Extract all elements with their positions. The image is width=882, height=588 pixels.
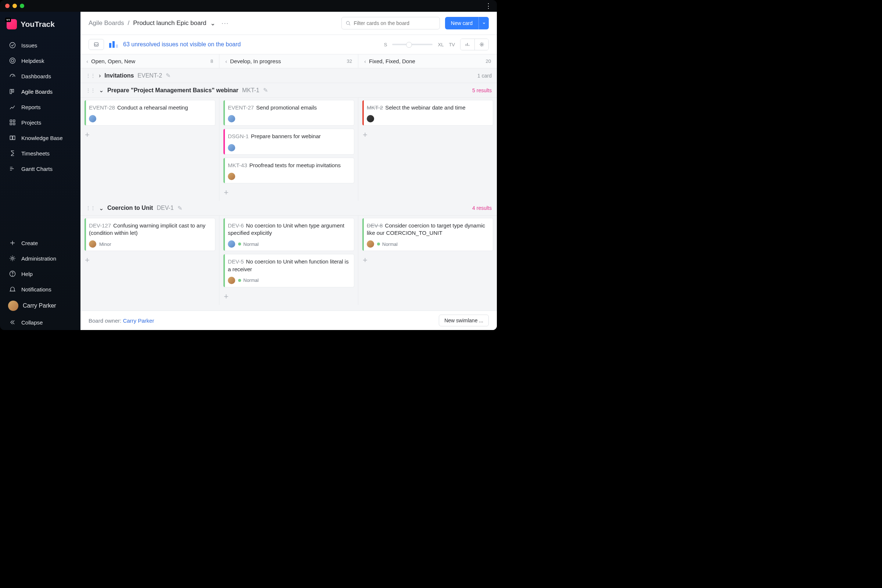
column-header[interactable]: ‹Open, Open, New 8 <box>81 54 219 68</box>
sidebar-item-helpdesk[interactable]: Helpdesk <box>0 53 81 68</box>
card[interactable]: EVENT-28Conduct a rehearsal meeting <box>84 100 215 126</box>
sidebar-item-label: Agile Boards <box>21 88 52 95</box>
chevron-down-icon[interactable]: ⌄ <box>210 20 215 27</box>
more-menu-icon[interactable]: ⋮ <box>485 2 492 10</box>
inbox-button[interactable] <box>88 39 104 50</box>
svg-point-14 <box>481 44 483 45</box>
priority-dot-icon <box>238 243 241 246</box>
svg-point-12 <box>346 21 349 24</box>
chevron-icon[interactable]: ⌄ <box>99 205 104 212</box>
card-title: MKT-43Proofread texts for meetup invitat… <box>228 162 350 169</box>
sidebar-item-reports[interactable]: Reports <box>0 99 81 115</box>
sidebar-item-help[interactable]: Help <box>0 266 81 282</box>
swimlane-header[interactable]: ⋮⋮⌄Coercion to UnitDEV-1✎4 results <box>81 201 497 216</box>
drag-handle-icon[interactable]: ⋮⋮ <box>86 73 95 79</box>
sidebar-item-dashboards[interactable]: Dashboards <box>0 68 81 84</box>
minimize-window-icon[interactable] <box>12 4 17 8</box>
assignee-avatar <box>228 115 235 122</box>
column-label: Develop, In progress <box>230 58 281 64</box>
new-swimlane-button[interactable]: New swimlane ... <box>439 315 489 326</box>
swimlane-header[interactable]: ⋮⋮›InvitationsEVENT-2✎1 card <box>81 68 497 83</box>
card[interactable]: DEV-127Confusing warning implicit cast t… <box>84 218 215 251</box>
card[interactable]: DSGN-1Prepare banners for webinar <box>223 129 354 154</box>
window-controls <box>5 4 24 8</box>
hourglass-icon <box>9 150 16 157</box>
svg-point-2 <box>11 60 14 62</box>
chevron-icon[interactable]: ⌄ <box>99 87 104 94</box>
sidebar-item-create[interactable]: Create <box>0 235 81 250</box>
assignee-avatar <box>89 240 96 248</box>
edit-icon[interactable]: ✎ <box>263 87 268 94</box>
sidebar-item-agile-boards[interactable]: Agile Boards <box>0 84 81 99</box>
swimlane-results: 5 results <box>472 87 492 93</box>
card[interactable]: MKT-43Proofread texts for meetup invitat… <box>223 158 354 183</box>
column-header[interactable]: ‹Develop, In progress 32 <box>219 54 358 68</box>
chevrons-left-icon <box>9 319 16 326</box>
assignee-avatar <box>228 173 235 180</box>
sidebar-item-issues[interactable]: Issues <box>0 38 81 53</box>
board-cell: EVENT-27Send promotional emailsDSGN-1Pre… <box>219 98 358 201</box>
edit-icon[interactable]: ✎ <box>166 72 171 79</box>
new-card-caret[interactable] <box>478 17 489 29</box>
breadcrumb-current[interactable]: Product launch Epic board <box>133 20 206 27</box>
swimlane-title: Invitations <box>104 72 134 79</box>
sidebar-item-label: Gantt Charts <box>21 166 52 172</box>
sidebar-item-administration[interactable]: Administration <box>0 250 81 266</box>
swimlane-header[interactable]: ⋮⋮⌄Prepare "Project Management Basics" w… <box>81 83 497 98</box>
edit-icon[interactable]: ✎ <box>177 205 182 212</box>
add-card-button[interactable]: + <box>223 186 354 199</box>
add-card-button[interactable]: + <box>84 254 215 266</box>
add-card-button[interactable]: + <box>223 290 354 303</box>
app-name: YouTrack <box>21 20 55 28</box>
drag-handle-icon[interactable]: ⋮⋮ <box>86 205 95 211</box>
sidebar-item-label: Dashboards <box>21 73 51 80</box>
app-logo[interactable]: YT YouTrack <box>0 17 81 38</box>
card-size-slider[interactable] <box>392 44 432 45</box>
sidebar-item-label: Timesheets <box>21 150 50 156</box>
swimlane-row: EVENT-28Conduct a rehearsal meeting+EVEN… <box>81 98 497 201</box>
sidebar-collapse[interactable]: Collapse <box>0 315 81 330</box>
close-window-icon[interactable] <box>5 4 9 8</box>
drag-handle-icon[interactable]: ⋮⋮ <box>86 87 95 93</box>
board-settings-button[interactable] <box>474 39 488 50</box>
card-title: EVENT-28Conduct a rehearsal meeting <box>89 104 211 111</box>
card[interactable]: MKT-2Select the webinar date and time <box>362 100 493 126</box>
unresolved-issues-link[interactable]: 63 unresolved issues not visible on the … <box>123 41 241 48</box>
owner-label: Board owner: <box>88 318 123 324</box>
board-cell: MKT-2Select the webinar date and time+ <box>358 98 497 201</box>
avatar <box>8 301 18 311</box>
chevron-icon[interactable]: › <box>99 72 101 79</box>
sidebar-item-gantt[interactable]: Gantt Charts <box>0 161 81 176</box>
more-icon[interactable]: ⋯ <box>219 19 231 28</box>
add-card-button[interactable]: + <box>84 129 215 141</box>
chart-view-button[interactable] <box>460 39 474 50</box>
add-card-button[interactable]: + <box>362 254 493 266</box>
maximize-window-icon[interactable] <box>20 4 24 8</box>
sidebar-item-knowledge-base[interactable]: Knowledge Base <box>0 130 81 146</box>
card[interactable]: DEV-8Consider coercion to target type dy… <box>362 218 493 251</box>
search-icon <box>345 20 351 26</box>
svg-rect-5 <box>10 120 12 122</box>
priority-label: Normal <box>377 242 398 247</box>
size-tv-label[interactable]: TV <box>449 42 455 47</box>
search-field[interactable] <box>354 20 435 26</box>
owner-link[interactable]: Carry Parker <box>123 318 154 324</box>
card[interactable]: DEV-5No coercion to Unit when function l… <box>223 254 354 287</box>
search-input[interactable] <box>341 17 440 29</box>
add-card-button[interactable]: + <box>362 129 493 141</box>
sidebar-item-timesheets[interactable]: Timesheets <box>0 146 81 161</box>
column-header[interactable]: ‹Fixed, Fixed, Done 20 <box>358 54 497 68</box>
card-key: MKT-2 <box>367 104 383 111</box>
board-owner: Board owner: Carry Parker <box>88 318 154 324</box>
sidebar-item-projects[interactable]: Projects <box>0 115 81 130</box>
sidebar-item-notifications[interactable]: Notifications <box>0 282 81 297</box>
card[interactable]: DEV-6No coercion to Unit when type argum… <box>223 218 354 251</box>
breadcrumb-sep: / <box>128 20 129 27</box>
card[interactable]: EVENT-27Send promotional emails <box>223 100 354 126</box>
new-card-button[interactable]: New card <box>445 17 478 29</box>
breadcrumb-root[interactable]: Agile Boards <box>88 20 124 27</box>
current-user[interactable]: Carry Parker <box>0 297 81 315</box>
collapse-label: Collapse <box>21 320 43 326</box>
card-title: DEV-5No coercion to Unit when function l… <box>228 258 350 273</box>
chart-bars-icon[interactable] <box>109 41 118 48</box>
